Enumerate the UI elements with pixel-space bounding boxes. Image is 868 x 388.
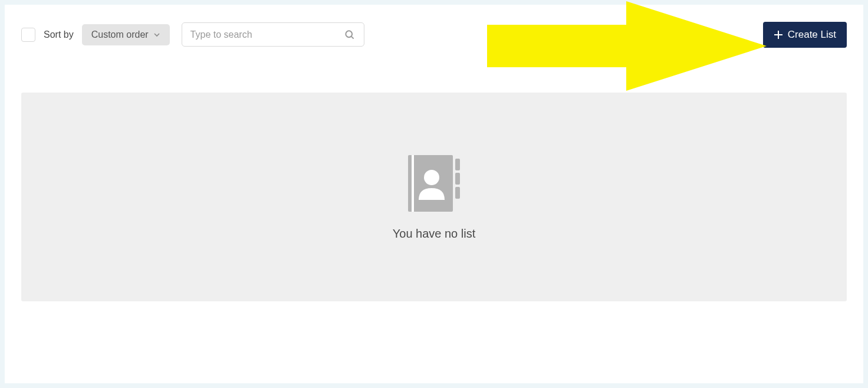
search-icon — [341, 22, 359, 47]
svg-rect-8 — [455, 159, 460, 170]
svg-point-7 — [424, 170, 439, 185]
svg-rect-6 — [412, 155, 414, 212]
sort-dropdown-value: Custom order — [91, 29, 149, 40]
create-list-button[interactable]: Create List — [763, 22, 847, 48]
chevron-down-icon — [153, 31, 160, 38]
create-list-label: Create List — [788, 29, 836, 41]
select-all-checkbox[interactable] — [21, 28, 35, 42]
toolbar: Sort by Custom order Create List — [21, 22, 847, 47]
address-book-icon — [405, 154, 463, 213]
svg-point-0 — [346, 31, 352, 37]
annotation-arrow-icon — [487, 0, 770, 93]
empty-state: You have no list — [21, 93, 847, 301]
lists-panel: Sort by Custom order Create List — [5, 5, 863, 383]
svg-rect-9 — [455, 173, 460, 185]
plus-icon — [774, 30, 783, 40]
sort-dropdown[interactable]: Custom order — [82, 24, 170, 45]
svg-rect-10 — [455, 187, 460, 199]
search-field — [182, 22, 364, 47]
svg-line-1 — [351, 36, 353, 38]
search-input[interactable] — [182, 22, 364, 47]
sortby-label: Sort by — [44, 29, 74, 40]
empty-state-message: You have no list — [393, 227, 475, 241]
